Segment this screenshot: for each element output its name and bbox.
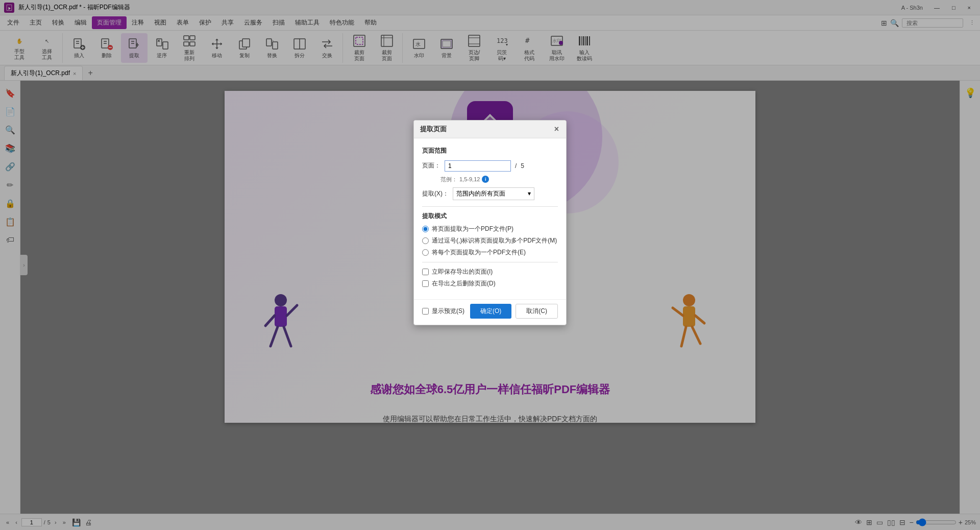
page-range-section-title: 页面范围 — [422, 147, 558, 155]
radio-each-pdf-label: 将每个页面提取为一个PDF文件(E) — [432, 248, 526, 257]
page-label: 页面： — [422, 161, 440, 170]
extract-dropdown[interactable]: 范围内的所有页面 ▾ — [453, 187, 534, 200]
page-slash: / — [515, 162, 517, 170]
checkbox-save-immediately-input[interactable] — [422, 269, 429, 275]
extract-label: 提取(X)： — [422, 189, 449, 198]
radio-each-pdf: 将每个页面提取为一个PDF文件(E) — [422, 248, 558, 257]
dialog-close-button[interactable]: × — [553, 125, 560, 133]
page-range-input[interactable] — [445, 160, 511, 172]
checkbox-divider — [422, 262, 558, 262]
dialog-footer: 显示预览(S) 确定(O) 取消(C) — [414, 299, 566, 325]
page-input-row: 页面： / 5 — [422, 160, 558, 172]
checkbox-save-immediately-label: 立即保存导出的页面(I) — [432, 268, 493, 276]
show-preview-label: 显示预览(S) — [432, 307, 464, 316]
radio-single-pdf: 将页面提取为一个PDF文件(P) — [422, 225, 558, 233]
hint-value: 1,5-9,12 — [459, 176, 480, 182]
modal-overlay: 提取页面 × 页面范围 页面： / 5 范例： 1,5-9,12 i 提取(X)… — [0, 0, 980, 530]
dialog-action-buttons: 确定(O) 取消(C) — [470, 304, 558, 319]
dropdown-arrow-icon: ▾ — [528, 190, 531, 197]
dialog-body: 页面范围 页面： / 5 范例： 1,5-9,12 i 提取(X)： 范围内的所… — [414, 138, 566, 299]
radio-single-pdf-label: 将页面提取为一个PDF文件(P) — [432, 225, 513, 233]
info-icon: i — [482, 176, 489, 183]
ok-button[interactable]: 确定(O) — [470, 304, 511, 319]
show-preview-checkbox[interactable] — [422, 308, 429, 315]
checkbox-delete-after-export-label: 在导出之后删除页面(D) — [432, 279, 496, 288]
dialog-titlebar: 提取页面 × — [414, 121, 566, 138]
extract-option-row: 提取(X)： 范围内的所有页面 ▾ — [422, 187, 558, 200]
cancel-button[interactable]: 取消(C) — [516, 304, 558, 319]
checkbox-save-immediately: 立即保存导出的页面(I) — [422, 268, 558, 276]
radio-each-pdf-input[interactable] — [422, 249, 429, 256]
hint-label: 范例： — [440, 176, 457, 183]
radio-multi-pdf-input[interactable] — [422, 237, 429, 244]
dialog-title-label: 提取页面 — [420, 125, 447, 134]
mode-section-title: 提取模式 — [422, 212, 558, 221]
extract-page-dialog: 提取页面 × 页面范围 页面： / 5 范例： 1,5-9,12 i 提取(X)… — [413, 120, 567, 325]
checkbox-delete-after-export: 在导出之后删除页面(D) — [422, 279, 558, 288]
extract-option-label: 范围内的所有页面 — [456, 189, 505, 198]
checkbox-delete-after-export-input[interactable] — [422, 280, 429, 287]
radio-single-pdf-input[interactable] — [422, 226, 429, 232]
section-divider — [422, 206, 558, 207]
page-hint-row: 范例： 1,5-9,12 i — [440, 176, 558, 183]
radio-multi-pdf-label: 通过逗号(,)标识将页面提取为多个PDF文件(M) — [432, 236, 557, 245]
page-total: 5 — [521, 162, 524, 170]
radio-multi-pdf: 通过逗号(,)标识将页面提取为多个PDF文件(M) — [422, 236, 558, 245]
show-preview-row: 显示预览(S) — [422, 307, 464, 316]
